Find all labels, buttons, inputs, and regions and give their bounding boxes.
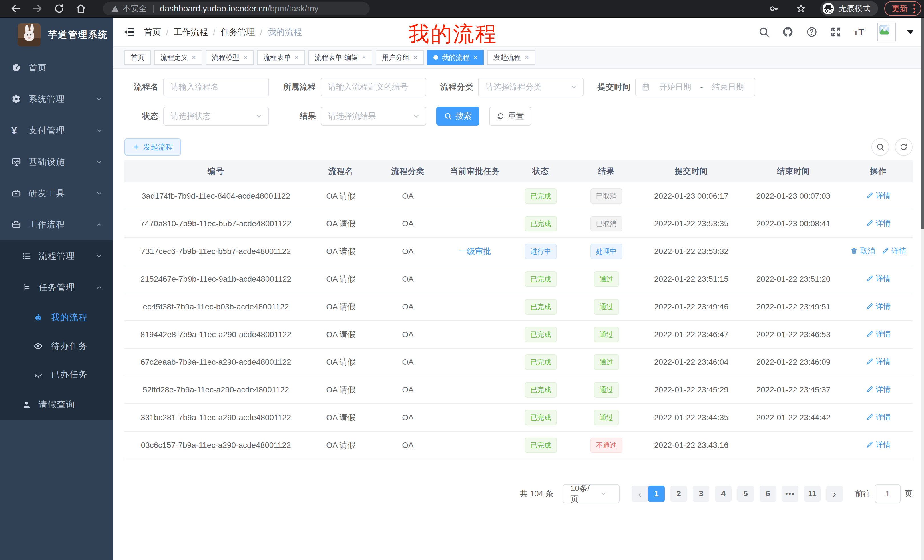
page-button[interactable]: 4 — [715, 485, 732, 502]
chevron-up-icon — [95, 284, 103, 291]
sidebar-item[interactable]: 工作流程 — [0, 209, 113, 240]
tab-close-icon[interactable]: × — [473, 54, 477, 61]
reset-button[interactable]: 重置 — [489, 107, 531, 126]
action-detail-link[interactable]: 详情 — [882, 246, 906, 256]
chevron-down-icon — [592, 490, 615, 497]
search-icon[interactable] — [758, 26, 770, 38]
caret-down-icon[interactable] — [907, 30, 914, 34]
show-search-button[interactable] — [872, 138, 889, 156]
scrollbar[interactable] — [921, 18, 924, 560]
page-button[interactable]: 11 — [804, 485, 820, 502]
page-button[interactable]: 6 — [759, 485, 776, 502]
tab-close-icon[interactable]: × — [243, 54, 247, 61]
url-host[interactable]: dashboard.yudao.iocoder.cn — [160, 4, 267, 13]
tab-close-icon[interactable]: × — [362, 54, 366, 61]
result-select[interactable]: 请选择流结果 — [321, 107, 426, 126]
update-button[interactable]: 更新 — [884, 1, 921, 16]
sidebar-subitem[interactable]: 待办任务 — [0, 332, 113, 360]
tab[interactable]: 首页 — [124, 50, 151, 65]
home-icon[interactable] — [75, 3, 86, 14]
breadcrumb-item[interactable]: 我的流程 — [267, 26, 302, 38]
page-button[interactable]: 1 — [648, 485, 665, 502]
github-icon[interactable] — [782, 26, 794, 38]
annotation-text: 我的流程 — [408, 20, 497, 48]
search-button[interactable]: 搜索 — [436, 107, 479, 126]
url-path[interactable]: /bpm/task/my — [267, 4, 318, 13]
sidebar-item-label: 基础设施 — [28, 156, 65, 168]
tab[interactable]: 流程表单-编辑× — [308, 50, 372, 65]
tab-close-icon[interactable]: × — [295, 54, 298, 61]
back-icon[interactable] — [10, 3, 21, 14]
cell-name: OA 请假 — [307, 431, 374, 459]
forward-icon[interactable] — [32, 3, 43, 14]
tab[interactable]: 流程模型× — [206, 50, 254, 65]
start-date-placeholder[interactable]: 开始日期 — [654, 82, 696, 93]
sidebar-item[interactable]: 基础设施 — [0, 146, 113, 178]
refresh-table-button[interactable] — [895, 138, 913, 156]
sidebar-subitem[interactable]: 我的流程 — [0, 303, 113, 332]
page-prev-button[interactable]: ‹ — [632, 485, 648, 502]
sidebar-item[interactable]: 首页 — [0, 52, 113, 83]
action-detail-link[interactable]: 详情 — [866, 301, 891, 311]
page-button[interactable]: 2 — [670, 485, 687, 502]
breadcrumb-item[interactable]: 首页 — [144, 26, 161, 38]
tab-close-icon[interactable]: × — [414, 54, 417, 61]
sidebar-subitem[interactable]: 请假查询 — [0, 389, 113, 420]
action-detail-link[interactable]: 详情 — [866, 440, 891, 450]
page-size-select[interactable]: 10条/页 — [562, 484, 620, 503]
sidebar-subitem[interactable]: 已办任务 — [0, 360, 113, 389]
tab-close-icon[interactable]: × — [525, 54, 529, 61]
action-cancel-link[interactable]: 取消 — [850, 246, 875, 256]
sidebar-item[interactable]: ¥支付管理 — [0, 115, 113, 146]
action-detail-link[interactable]: 详情 — [866, 357, 891, 367]
key-icon[interactable] — [769, 3, 779, 14]
sidebar-item-label: 任务管理 — [39, 282, 75, 293]
fontsize-icon[interactable]: TT — [854, 27, 865, 38]
action-detail-link[interactable]: 详情 — [866, 274, 891, 284]
update-label[interactable]: 更新 — [892, 3, 908, 14]
goto-page-input[interactable] — [875, 484, 901, 503]
cell-id: 331bc281-7b9a-11ec-a290-acde48001122 — [124, 404, 307, 431]
tab[interactable]: 用户分组× — [376, 50, 424, 65]
breadcrumb-item[interactable]: 工作流程 — [174, 26, 208, 38]
end-date-placeholder[interactable]: 结束日期 — [707, 82, 749, 93]
sidebar-item[interactable]: 研发工具 — [0, 178, 113, 209]
category-select[interactable]: 请选择流程分类 — [478, 78, 584, 96]
insecure-label[interactable]: 不安全 — [123, 3, 147, 14]
sidebar-item[interactable]: 系统管理 — [0, 83, 113, 115]
tab-close-icon[interactable]: × — [192, 54, 196, 61]
tab[interactable]: 流程定义× — [154, 50, 202, 65]
cell-task — [441, 348, 508, 376]
create-process-button[interactable]: 发起流程 — [124, 138, 181, 156]
page-next-button[interactable]: › — [826, 485, 843, 502]
url-bar[interactable]: 不安全 dashboard.yudao.iocoder.cn/bpm/task/… — [103, 2, 370, 15]
task-link[interactable]: 一级审批 — [459, 247, 491, 256]
scrollbar-thumb[interactable] — [921, 18, 924, 229]
action-detail-link[interactable]: 详情 — [866, 219, 891, 228]
tab[interactable]: 我的流程× — [427, 50, 484, 65]
logo-row[interactable]: 芋道管理系统 — [0, 18, 113, 52]
reload-icon[interactable] — [54, 3, 64, 14]
star-icon[interactable] — [796, 3, 806, 14]
status-select[interactable]: 请选择状态 — [164, 107, 269, 126]
sidebar-fold-icon[interactable] — [123, 26, 135, 38]
fullscreen-icon[interactable] — [830, 26, 842, 38]
breadcrumb-item[interactable]: 任务管理 — [221, 26, 255, 38]
page-ellipsis[interactable]: ••• — [782, 485, 798, 502]
tab[interactable]: 发起流程× — [487, 50, 535, 65]
page-button[interactable]: 3 — [693, 485, 709, 502]
avatar[interactable] — [877, 22, 896, 41]
process-def-input[interactable] — [321, 78, 426, 96]
action-detail-link[interactable]: 详情 — [866, 329, 891, 339]
sidebar-subitem[interactable]: 流程管理 — [0, 240, 113, 272]
process-name-input[interactable] — [164, 78, 269, 96]
tab[interactable]: 流程表单× — [257, 50, 305, 65]
page-button[interactable]: 5 — [737, 485, 754, 502]
help-icon[interactable] — [806, 26, 818, 38]
action-detail-link[interactable]: 详情 — [866, 412, 891, 422]
action-detail-link[interactable]: 详情 — [866, 191, 891, 201]
action-detail-link[interactable]: 详情 — [866, 385, 891, 394]
submit-time-range[interactable]: 开始日期 - 结束日期 — [635, 78, 755, 96]
kebab-menu-icon[interactable] — [914, 4, 915, 13]
sidebar-subitem[interactable]: 任务管理 — [0, 272, 113, 303]
